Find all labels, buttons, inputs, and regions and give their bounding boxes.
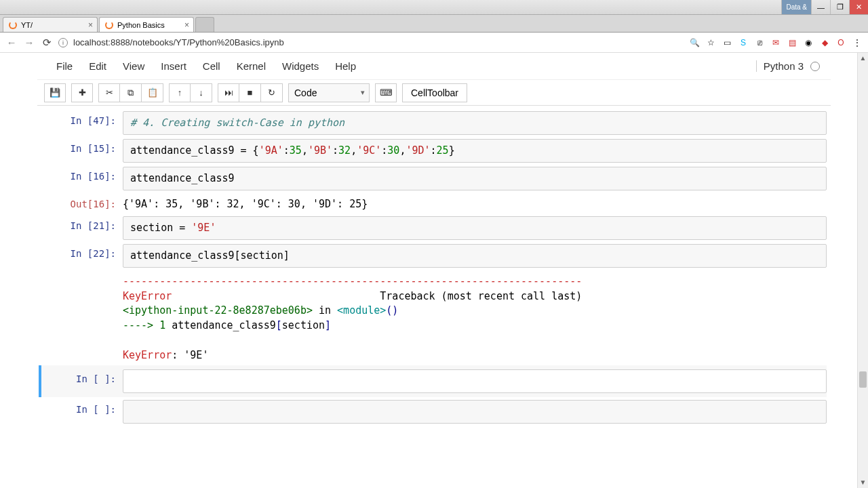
jupyter-favicon-icon: [9, 21, 17, 29]
forward-button[interactable]: →: [23, 37, 35, 48]
close-icon[interactable]: ×: [184, 20, 189, 30]
browser-tab[interactable]: YT/ ×: [3, 17, 98, 32]
extension-icon[interactable]: ▭: [722, 37, 732, 48]
extension-icon[interactable]: ◆: [819, 37, 830, 48]
opera-icon[interactable]: O: [835, 37, 846, 48]
new-tab-button[interactable]: [195, 17, 214, 32]
skype-icon[interactable]: S: [738, 37, 749, 48]
pdf-icon[interactable]: ▤: [787, 37, 797, 48]
minimize-button[interactable]: —: [811, 0, 830, 14]
window-titlebar: Data & — ❐ ✕: [0, 0, 868, 15]
data-button[interactable]: Data &: [781, 0, 811, 14]
tab-title: Python Basics: [117, 21, 165, 29]
address-bar: ← → ⟳ i localhost:8888/notebooks/YT/Pyth…: [0, 33, 868, 53]
extension-icon[interactable]: ✉: [770, 37, 781, 48]
maps-icon[interactable]: ◉: [803, 37, 814, 48]
bookmark-star-icon[interactable]: ☆: [705, 37, 716, 48]
zoom-icon[interactable]: 🔍: [689, 37, 700, 48]
reload-button[interactable]: ⟳: [41, 37, 53, 49]
jupyter-favicon-icon: [105, 21, 113, 29]
menu-icon[interactable]: ⋮: [852, 37, 863, 48]
back-button[interactable]: ←: [5, 37, 18, 48]
tab-title: YT/: [21, 21, 33, 29]
browser-tabstrip: YT/ × Python Basics ×: [0, 15, 868, 33]
site-info-icon[interactable]: i: [58, 38, 68, 47]
maximize-button[interactable]: ❐: [830, 0, 849, 14]
close-button[interactable]: ✕: [849, 0, 868, 14]
url-input[interactable]: localhost:8888/notebooks/YT/Python%20Bas…: [73, 37, 684, 47]
extension-icon[interactable]: ⎚: [754, 37, 765, 48]
browser-tab[interactable]: Python Basics ×: [99, 17, 194, 32]
close-icon[interactable]: ×: [88, 20, 93, 30]
